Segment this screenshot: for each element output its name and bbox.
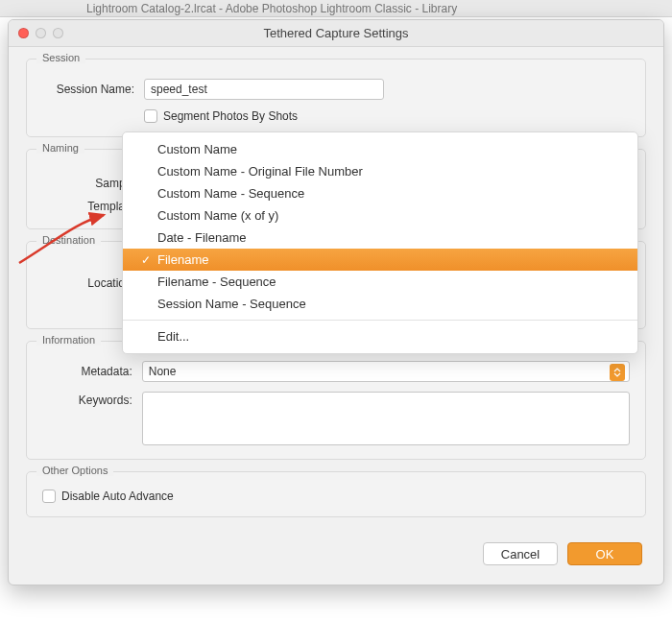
template-option-label: Filename - Sequence (157, 275, 276, 289)
ok-button[interactable]: OK (567, 542, 642, 565)
dialog-titlebar: Tethered Capture Settings (9, 20, 663, 47)
template-option-selected[interactable]: ✓Filename (123, 249, 637, 271)
segment-photos-checkbox[interactable]: Segment Photos By Shots (144, 109, 630, 123)
template-option-edit[interactable]: ✓Edit... (123, 325, 637, 347)
template-option[interactable]: ✓Custom Name (x of y) (123, 204, 637, 227)
session-legend: Session (36, 52, 85, 63)
close-icon[interactable] (18, 28, 29, 38)
information-panel: Information Metadata: None Keywords: (26, 341, 646, 460)
template-option-label: Filename (157, 252, 208, 267)
app-window-title: Lightroom Catalog-2.lrcat - Adobe Photos… (0, 0, 672, 17)
template-option[interactable]: ✓Custom Name - Sequence (123, 182, 637, 204)
chevron-updown-icon (610, 364, 625, 381)
location-label: Location: (42, 276, 134, 290)
app-window-title-text: Lightroom Catalog-2.lrcat - Adobe Photos… (86, 2, 457, 15)
tethered-capture-settings-dialog: Tethered Capture Settings Session Sessio… (8, 19, 664, 585)
metadata-value: None (149, 365, 177, 378)
session-panel: Session Session Name: Segment Photos By … (26, 59, 646, 137)
session-name-label: Session Name: (42, 83, 134, 96)
destination-legend: Destination (36, 234, 101, 246)
template-option-label: Custom Name - Sequence (157, 186, 304, 201)
session-name-input[interactable] (144, 79, 384, 100)
other-options-legend: Other Options (36, 465, 113, 476)
metadata-select[interactable]: None (142, 361, 630, 382)
template-option-label: Custom Name - Original File Number (157, 164, 363, 179)
template-option[interactable]: ✓Custom Name - Original File Number (123, 160, 637, 182)
template-dropdown-menu: ✓Custom Name ✓Custom Name - Original Fil… (122, 131, 638, 354)
template-option-label: Session Name - Sequence (157, 297, 306, 311)
checkbox-box-icon (42, 490, 56, 503)
dialog-title: Tethered Capture Settings (9, 26, 663, 40)
template-option[interactable]: ✓Date - Filename (123, 227, 637, 249)
template-option[interactable]: ✓Session Name - Sequence (123, 293, 637, 315)
template-option[interactable]: ✓Filename - Sequence (123, 271, 637, 293)
checkbox-box-icon (144, 109, 157, 123)
disable-auto-advance-label: Disable Auto Advance (61, 490, 174, 503)
naming-legend: Naming (36, 142, 84, 154)
information-legend: Information (36, 334, 101, 346)
segment-photos-label: Segment Photos By Shots (163, 109, 298, 123)
template-option[interactable]: ✓Custom Name (123, 138, 637, 160)
template-option-label: Custom Name (x of y) (157, 208, 278, 223)
metadata-label: Metadata: (42, 365, 132, 378)
template-option-label: Date - Filename (157, 230, 246, 245)
maximize-icon (53, 28, 63, 38)
keywords-label: Keywords: (42, 394, 132, 407)
template-label: Template (42, 200, 134, 213)
other-options-panel: Other Options Disable Auto Advance (26, 471, 646, 517)
cancel-button[interactable]: Cancel (483, 542, 558, 565)
minimize-icon (36, 28, 46, 38)
template-option-label: Edit... (157, 329, 189, 344)
template-option-label: Custom Name (157, 142, 237, 156)
dialog-footer: Cancel OK (9, 529, 663, 585)
keywords-input[interactable] (142, 392, 630, 445)
window-traffic-lights (18, 28, 63, 38)
menu-separator (123, 320, 637, 321)
disable-auto-advance-checkbox[interactable]: Disable Auto Advance (42, 490, 630, 503)
sample-label: Sample (42, 177, 134, 190)
